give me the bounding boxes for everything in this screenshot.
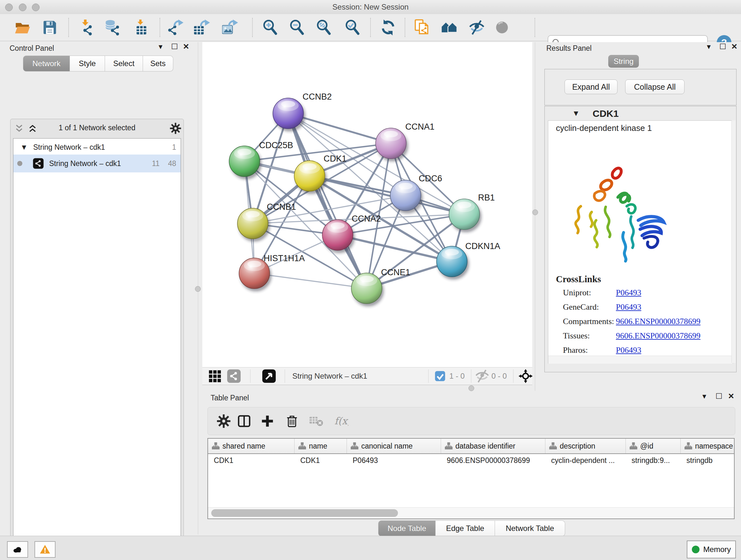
network-node-CDKN1A[interactable]: [436, 246, 467, 277]
table-cell[interactable]: P06493: [347, 454, 441, 467]
entry-caret-icon[interactable]: ▼: [572, 109, 580, 118]
export-network-icon[interactable]: [167, 19, 184, 36]
control-panel-maximize-button[interactable]: ☐: [169, 42, 180, 51]
network-node-CCNB2[interactable]: [273, 98, 304, 129]
column-header-name[interactable]: name: [294, 439, 347, 453]
network-options-gear-icon[interactable]: [170, 122, 182, 134]
collection-caret-icon[interactable]: ▼: [20, 140, 28, 154]
network-node-CCNE1[interactable]: [351, 273, 382, 304]
node-label-CDK1: CDK1: [324, 154, 347, 164]
network-view-mode-icon[interactable]: [226, 369, 241, 383]
results-panel-close-button[interactable]: ✕: [729, 42, 740, 51]
tab-node-table[interactable]: Node Table: [378, 520, 435, 537]
new-network-from-selection-icon[interactable]: [414, 19, 430, 36]
birdseye-view-icon[interactable]: [518, 369, 533, 383]
toolbar-separator: [252, 18, 253, 37]
table-cell[interactable]: stringdb: [681, 454, 735, 467]
horizontal-splitter-handle[interactable]: [468, 385, 474, 391]
tab-edge-table[interactable]: Edge Table: [435, 520, 495, 537]
refresh-layout-icon[interactable]: [380, 19, 396, 36]
results-panel-maximize-button[interactable]: ☐: [718, 42, 728, 51]
detach-view-icon[interactable]: [262, 369, 276, 383]
gear-icon[interactable]: [216, 414, 231, 428]
network-node-RB1[interactable]: [449, 199, 480, 230]
warning-button[interactable]: [35, 541, 56, 558]
import-network-database-icon[interactable]: [105, 19, 121, 36]
table-cell[interactable]: CDK1: [208, 454, 294, 467]
zoom-in-icon[interactable]: [262, 19, 278, 36]
tab-sets[interactable]: Sets: [143, 56, 173, 71]
column-header-canonical-name[interactable]: canonical name: [347, 439, 441, 453]
zoom-out-icon[interactable]: [288, 19, 305, 36]
network-node-CDC25B[interactable]: [229, 146, 260, 177]
entry-hscrollbar[interactable]: [548, 356, 733, 364]
crosslink-value-pharos[interactable]: P06493: [616, 346, 641, 355]
network-node-CDK1[interactable]: [294, 161, 325, 191]
left-splitter-handle[interactable]: [195, 286, 201, 292]
tab-style[interactable]: Style: [70, 56, 105, 71]
network-edge-CCNB2-CCNA1[interactable]: [288, 113, 391, 143]
control-panel-float-button[interactable]: ▾: [155, 42, 166, 51]
first-neighbors-icon[interactable]: [441, 19, 458, 36]
column-header-id[interactable]: @id: [626, 439, 681, 453]
control-panel-close-button[interactable]: ✕: [181, 42, 192, 51]
save-session-icon[interactable]: [42, 19, 58, 36]
export-image-icon[interactable]: [222, 19, 239, 36]
tab-network[interactable]: Network: [23, 56, 70, 71]
crosslink-value-tissues[interactable]: 9606.ENSP00000378699: [616, 331, 700, 341]
tab-string[interactable]: String: [608, 55, 639, 68]
current-network-name: String Network – cdk1: [292, 368, 367, 385]
table-cell[interactable]: cyclin-dependent ...: [545, 454, 626, 467]
network-node-CCNB1[interactable]: [238, 208, 268, 239]
delete-column-icon[interactable]: [285, 414, 299, 428]
memory-button[interactable]: Memory: [687, 541, 736, 558]
network-edge-HIST1H1A-CCNE1[interactable]: [254, 273, 367, 288]
crosslink-value-compartments[interactable]: 9606.ENSP00000378699: [616, 317, 700, 326]
table-cell[interactable]: stringdb:9...: [626, 454, 681, 467]
network-edge-CCNA2-CDKN1A[interactable]: [338, 235, 452, 261]
tab-network-table[interactable]: Network Table: [495, 520, 565, 537]
table-row[interactable]: CDK1CDK1P064939606.ENSP00000378699cyclin…: [208, 454, 734, 467]
network-row[interactable]: String Network – cdk1 11 48: [13, 154, 181, 172]
import-table-icon[interactable]: [132, 19, 149, 36]
table-hscroll-thumb[interactable]: [211, 509, 398, 517]
import-network-file-icon[interactable]: [78, 19, 94, 36]
selected-checkbox-icon[interactable]: [434, 370, 446, 382]
column-header-database-identifier[interactable]: database identifier: [441, 439, 545, 453]
column-header-namespace[interactable]: namespace: [681, 439, 735, 453]
crosslink-value-uniprot[interactable]: P06493: [616, 288, 641, 298]
network-node-CCNA1[interactable]: [376, 128, 406, 159]
show-columns-icon[interactable]: [237, 414, 252, 428]
expand-all-button[interactable]: Expand All: [564, 79, 617, 94]
right-splitter-handle[interactable]: [532, 209, 538, 215]
tab-select[interactable]: Select: [105, 56, 143, 71]
open-file-icon[interactable]: [14, 19, 30, 36]
network-node-CDC6[interactable]: [390, 180, 421, 211]
column-header-shared-name[interactable]: shared name: [208, 439, 294, 453]
table-hscrollbar[interactable]: [208, 507, 734, 518]
zoom-fit-icon[interactable]: [315, 19, 332, 36]
entry-vscrollbar[interactable]: [731, 120, 736, 363]
table-cell[interactable]: 9606.ENSP00000378699: [441, 454, 545, 467]
export-table-icon[interactable]: [194, 19, 211, 36]
network-canvas[interactable]: CCNB2CCNA1CDC25BCDK1CDC6RB1CCNB1CCNA2CDK…: [202, 42, 532, 367]
column-header-description[interactable]: description: [545, 439, 626, 453]
network-node-CCNA2[interactable]: [322, 220, 353, 250]
network-node-count: 11: [152, 154, 159, 172]
add-column-icon[interactable]: [260, 414, 275, 428]
table-panel-maximize-button[interactable]: ☐: [714, 392, 724, 401]
collapse-all-button[interactable]: Collapse All: [625, 79, 684, 94]
window-title: Session: New Session: [0, 0, 741, 14]
grid-view-icon[interactable]: [207, 369, 222, 383]
results-panel-float-button[interactable]: ▾: [703, 42, 714, 51]
table-panel-close-button[interactable]: ✕: [726, 392, 737, 401]
cloud-button[interactable]: [7, 541, 28, 558]
right-splitter[interactable]: [535, 42, 535, 391]
table-cell[interactable]: CDK1: [294, 454, 347, 467]
zoom-selected-icon[interactable]: [344, 19, 360, 36]
hide-selected-icon[interactable]: [468, 19, 485, 36]
crosslink-value-genecard[interactable]: P06493: [616, 302, 641, 312]
table-panel-float-button[interactable]: ▾: [699, 392, 710, 401]
show-all-icon[interactable]: [494, 19, 510, 36]
network-collection-row[interactable]: ▼ String Network – cdk1 1: [13, 140, 181, 154]
